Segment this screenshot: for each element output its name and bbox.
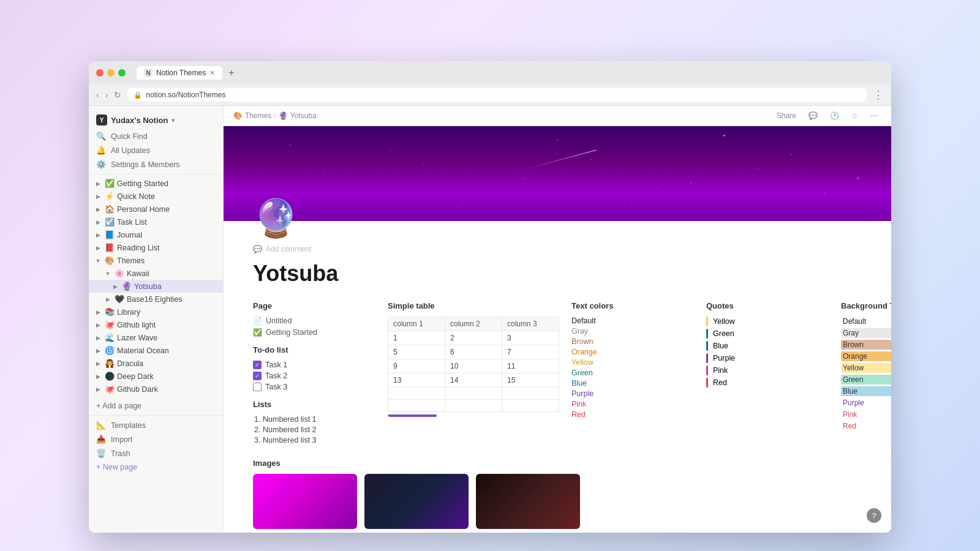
- trash-icon: 🗑️: [96, 449, 106, 458]
- nav-emoji: 📚: [105, 307, 115, 317]
- traffic-lights: [96, 69, 126, 77]
- quote-label: Pink: [713, 366, 728, 375]
- cell: 15: [502, 373, 559, 388]
- sidebar-item-library[interactable]: ▶ 📚 Library: [89, 305, 223, 318]
- minimize-button[interactable]: [107, 69, 115, 77]
- cell: 2: [445, 331, 502, 345]
- todo-checkbox-1[interactable]: ✓: [253, 361, 262, 369]
- sidebar-settings[interactable]: ⚙️ Settings & Members: [89, 157, 223, 171]
- sidebar-item-quick-note[interactable]: ▶ ⚡ Quick Note: [89, 190, 223, 203]
- todo-label-3: Task 3: [265, 383, 287, 391]
- sidebar-all-updates[interactable]: 🔔 All Updates: [89, 143, 223, 157]
- workspace-switcher[interactable]: Y Yudax's Notion ▾: [89, 111, 223, 129]
- back-button[interactable]: ‹: [96, 90, 99, 100]
- table-scrollbar[interactable]: [388, 414, 437, 417]
- text-color-gray: Gray: [571, 327, 694, 335]
- nav-toggle-icon: ▶: [104, 295, 112, 304]
- new-page-button[interactable]: + New page: [89, 460, 223, 474]
- list-item-1: Numbered list 1: [263, 415, 375, 424]
- quote-bar: [706, 341, 708, 351]
- cell-empty: [388, 388, 445, 400]
- image-thumb-2[interactable]: [364, 474, 469, 529]
- todo-checkbox-3[interactable]: [253, 383, 262, 391]
- page-section: Page 📄 Untitled ✅ Getting Started To-do …: [253, 301, 375, 446]
- cell: 6: [445, 345, 502, 359]
- sidebar-item-kawaii[interactable]: ▼ 🌸 Kawaii: [89, 267, 223, 280]
- page-icon[interactable]: 🔮: [253, 197, 299, 240]
- sidebar-item-yotsuba[interactable]: ▶ 🔮 Yotsuba: [89, 280, 223, 293]
- table-row: 9 10 11: [388, 359, 559, 373]
- bg-text-pink: Pink: [841, 410, 891, 419]
- image-thumb-1[interactable]: [253, 474, 357, 529]
- clock-button[interactable]: 🕐: [826, 110, 843, 122]
- sidebar-item-material-ocean[interactable]: ▶ 🌀 Material Ocean: [89, 344, 223, 357]
- templates-button[interactable]: 📐 Templates: [89, 418, 223, 432]
- breadcrumb-yotsuba[interactable]: 🔮 Yotsuba: [279, 111, 317, 120]
- table-row: 5 6 7: [388, 345, 559, 359]
- todo-item-1[interactable]: ✓ Task 1: [253, 361, 375, 369]
- share-button[interactable]: Share: [773, 110, 800, 122]
- nav-emoji: 🌸: [115, 269, 124, 278]
- title-bar: N Notion Themes ✕ +: [89, 61, 891, 84]
- table-row: 13 14 15: [388, 373, 559, 388]
- add-page-button[interactable]: + Add a page: [89, 399, 223, 413]
- nav-emoji: 🐙: [105, 320, 115, 329]
- new-tab-button[interactable]: +: [225, 66, 238, 80]
- browser-more-button[interactable]: ⋮: [873, 88, 884, 102]
- comment-icon: 💬: [253, 245, 262, 253]
- sidebar-item-task-list[interactable]: ▶ ☑️ Task List: [89, 216, 223, 228]
- sidebar-item-github-dark[interactable]: ▶ 🐙 Github Dark: [89, 383, 223, 395]
- tab-close-button[interactable]: ✕: [209, 69, 215, 77]
- nav-toggle-icon: ▶: [94, 192, 102, 201]
- more-options-button[interactable]: ⋯: [867, 110, 881, 122]
- quote-label: Red: [713, 378, 727, 387]
- todo-item-2[interactable]: ✓ Task 2: [253, 372, 375, 380]
- sidebar-all-updates-label: All Updates: [111, 146, 150, 155]
- section-title-quotes: Quotes: [706, 301, 829, 310]
- sidebar-item-base16[interactable]: ▶ 🖤 Base16 Eighties: [89, 293, 223, 305]
- image-thumb-3[interactable]: [476, 474, 580, 529]
- sidebar-item-deep-dark[interactable]: ▶ 🌑 Deep Dark: [89, 370, 223, 383]
- sidebar-item-journal[interactable]: ▶ 📘 Journal: [89, 228, 223, 241]
- forward-button[interactable]: ›: [105, 90, 108, 100]
- breadcrumb-themes[interactable]: 🎨 Themes: [233, 111, 271, 120]
- sidebar-quick-find[interactable]: 🔍 Quick Find: [89, 129, 223, 143]
- sidebar-item-dracula[interactable]: ▶ 🧛 Dracula: [89, 357, 223, 370]
- sidebar-item-reading-list[interactable]: ▶ 📕 Reading List: [89, 241, 223, 254]
- bg-text-default: Default: [841, 317, 891, 326]
- help-button[interactable]: ?: [867, 508, 881, 523]
- sidebar-item-getting-started[interactable]: ▶ ✅ Getting Started: [89, 177, 223, 190]
- refresh-button[interactable]: ↻: [114, 90, 121, 100]
- quote-blue: Blue: [706, 341, 829, 351]
- bg-text-orange: Orange: [841, 351, 891, 361]
- bg-text-purple: Purple: [841, 398, 891, 408]
- close-button[interactable]: [96, 69, 104, 77]
- todo-item-3[interactable]: Task 3: [253, 383, 375, 391]
- page-scroll[interactable]: 🔮 💬 Add comment Yotsuba Page �: [224, 126, 891, 533]
- todo-checkbox-2[interactable]: ✓: [253, 372, 262, 380]
- sidebar-item-themes[interactable]: ▼ 🎨 Themes: [89, 254, 223, 267]
- bg-text-gray: Gray: [841, 328, 891, 338]
- bg-text-yellow: Yellow: [841, 363, 891, 373]
- sidebar-item-lazer-wave[interactable]: ▶ 🌊 Lazer Wave: [89, 331, 223, 344]
- maximize-button[interactable]: [118, 69, 126, 77]
- sidebar-item-github-light[interactable]: ▶ 🐙 Github light: [89, 318, 223, 331]
- nav-toggle-icon: ▶: [94, 231, 102, 239]
- browser-tab[interactable]: N Notion Themes ✕: [137, 66, 222, 80]
- app-body: Y Yudax's Notion ▾ 🔍 Quick Find 🔔 All Up…: [89, 106, 891, 533]
- templates-icon: 📐: [96, 421, 106, 430]
- star-button[interactable]: ☆: [848, 110, 862, 122]
- background-text-section: Background Text Default Gray Brown Orang…: [841, 301, 891, 446]
- page-link-getting-started[interactable]: ✅ Getting Started: [253, 328, 375, 337]
- comment-button[interactable]: 💬: [805, 110, 821, 122]
- trash-button[interactable]: 🗑️ Trash: [89, 446, 223, 460]
- lock-icon: 🔒: [134, 91, 142, 99]
- table-header-col2: column 2: [445, 317, 502, 331]
- page-link-untitled[interactable]: 📄 Untitled: [253, 317, 375, 325]
- add-comment-button[interactable]: 💬 Add comment: [253, 245, 862, 253]
- sidebar-item-personal-home[interactable]: ▶ 🏠 Personal Home: [89, 203, 223, 216]
- url-bar[interactable]: 🔒 notion.so/NotionThemes: [127, 88, 867, 102]
- sidebar-item-label: Themes: [117, 257, 218, 265]
- simple-table-section: Simple table column 1 column 2 column 3: [388, 301, 559, 446]
- import-button[interactable]: 📥 Import: [89, 432, 223, 446]
